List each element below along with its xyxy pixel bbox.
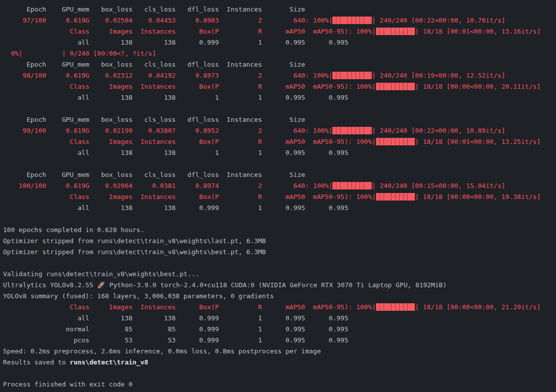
console-text: 98/100 0.619G 0.02312 0.04192 0.8973 2 6… bbox=[3, 72, 332, 79]
console-text: Epoch GPU_mem box_loss cls_loss dfl_loss… bbox=[3, 116, 305, 123]
console-line bbox=[3, 258, 556, 269]
console-line: Class Images Instances Box(P R mAP50 mAP… bbox=[3, 81, 556, 92]
console-text: 99/100 0.619G 0.02199 0.03807 0.8952 2 6… bbox=[3, 127, 332, 134]
console-line: normal 85 85 0.999 1 0.995 0.995 bbox=[3, 324, 556, 335]
console-line bbox=[3, 103, 556, 114]
console-text: all 138 138 0.999 1 0.995 0.995 bbox=[3, 314, 348, 322]
console-text: Class Images Instances Box(P R mAP50 mAP… bbox=[3, 28, 376, 35]
console-text: Epoch GPU_mem box_loss cls_loss dfl_loss… bbox=[3, 6, 305, 13]
console-line: 98/100 0.619G 0.02312 0.04192 0.8973 2 6… bbox=[3, 70, 556, 81]
console-line: all 138 138 0.999 1 0.995 0.995 bbox=[3, 37, 556, 48]
rocket-emoji-icon: 🚀 bbox=[97, 281, 105, 289]
console-text: | 18/18 [00:00<00:00, 21.29it/s] bbox=[415, 303, 540, 311]
progress-bar bbox=[376, 303, 415, 311]
console-line: Epoch GPU_mem box_loss cls_loss dfl_loss… bbox=[3, 169, 556, 180]
console-text: Optimizer stripped from runs\detect\trai… bbox=[3, 248, 266, 256]
console-line: 0%| | 0/240 [00:00<?, ?it/s] bbox=[3, 48, 556, 59]
console-line: Epoch GPU_mem box_loss cls_loss dfl_loss… bbox=[3, 4, 556, 15]
console-text: YOLOv8 summary (fused): 168 layers, 3,00… bbox=[3, 292, 274, 300]
console-line: all 138 138 0.999 1 0.995 0.995 bbox=[3, 313, 556, 324]
console-line: Validating runs\detect\train_v8\weights\… bbox=[3, 269, 556, 280]
console-line: 97/100 0.619G 0.02504 0.04453 0.8903 2 6… bbox=[3, 15, 556, 26]
console-line: Process finished with exit code 0 bbox=[3, 379, 556, 390]
progress-bar bbox=[332, 182, 372, 189]
terminal-output[interactable]: Epoch GPU_mem box_loss cls_loss dfl_loss… bbox=[0, 0, 556, 392]
console-line: Epoch GPU_mem box_loss cls_loss dfl_loss… bbox=[3, 114, 556, 125]
console-line: Speed: 0.2ms preprocess, 2.6ms inference… bbox=[3, 346, 556, 357]
console-line: 100 epochs completed in 0.628 hours. bbox=[3, 225, 556, 236]
console-line: Epoch GPU_mem box_loss cls_loss dfl_loss… bbox=[3, 59, 556, 70]
console-text: 100/100 0.619G 0.02064 0.0381 0.8974 2 6… bbox=[3, 182, 332, 189]
console-text: Epoch GPU_mem box_loss cls_loss dfl_loss… bbox=[3, 61, 305, 68]
progress-bar bbox=[332, 72, 372, 79]
console-text: | 240/240 [00:15<00:00, 15.04it/s] bbox=[372, 182, 505, 189]
console-line bbox=[3, 158, 556, 169]
console-text: Class Images Instances Box(P R mAP50 mAP… bbox=[3, 193, 376, 201]
console-line: YOLOv8 summary (fused): 168 layers, 3,00… bbox=[3, 291, 556, 302]
console-text: Results saved to bbox=[3, 358, 70, 366]
console-text: 100 epochs completed in 0.628 hours. bbox=[3, 226, 144, 234]
console-text: all 138 138 0.999 1 0.995 0.995 bbox=[3, 39, 348, 46]
console-line: 99/100 0.619G 0.02199 0.03807 0.8952 2 6… bbox=[3, 125, 556, 136]
console-text: Process finished with exit code 0 bbox=[3, 380, 132, 388]
console-text: | 240/240 [00:19<00:00, 12.52it/s] bbox=[372, 72, 505, 79]
console-text: | 18/18 [00:01<00:00, 13.16it/s] bbox=[415, 28, 540, 35]
console-line: pcos 53 53 0.999 1 0.995 0.995 bbox=[3, 335, 556, 346]
progress-bar bbox=[376, 28, 415, 35]
progress-bar bbox=[376, 138, 415, 145]
console-line: Optimizer stripped from runs\detect\trai… bbox=[3, 247, 556, 258]
console-text: all 138 138 1 1 0.995 0.995 bbox=[3, 149, 348, 156]
console-text: Python-3.9.0 torch-2.4.0+cu118 CUDA:0 (N… bbox=[105, 281, 447, 289]
console-line bbox=[3, 368, 556, 379]
console-text: | 18/18 [00:00<00:00, 20.11it/s] bbox=[415, 83, 540, 90]
console-line: Class Images Instances Box(P R mAP50 mAP… bbox=[3, 136, 556, 147]
console-text: Class Images Instances Box(P R mAP50 mAP… bbox=[3, 83, 376, 90]
console-text: Ultralytics YOLOv8.2.55 bbox=[3, 281, 97, 289]
console-line: Class Images Instances Box(P R mAP50 mAP… bbox=[3, 302, 556, 313]
progress-bar bbox=[332, 17, 372, 24]
progress-bar bbox=[376, 193, 415, 201]
console-text: pcos 53 53 0.999 1 0.995 0.995 bbox=[3, 336, 348, 344]
console-line: Class Images Instances Box(P R mAP50 mAP… bbox=[3, 191, 556, 203]
console-text: | 18/18 [00:01<00:00, 13.25it/s] bbox=[415, 138, 540, 145]
console-text: Validating runs\detect\train_v8\weights\… bbox=[3, 270, 199, 278]
console-line: all 138 138 1 1 0.995 0.995 bbox=[3, 92, 556, 103]
console-line: Optimizer stripped from runs\detect\trai… bbox=[3, 236, 556, 247]
console-text: Class Images Instances Box(P R mAP50 mAP… bbox=[3, 303, 376, 311]
console-text: normal 85 85 0.999 1 0.995 0.995 bbox=[3, 325, 348, 333]
console-text: Class Images Instances Box(P R mAP50 mAP… bbox=[3, 138, 376, 145]
console-line: all 138 138 0.999 1 0.995 0.995 bbox=[3, 203, 556, 214]
console-text: 0%| | 0/240 [00:00<?, ?it/s] bbox=[3, 50, 156, 57]
console-line: all 138 138 1 1 0.995 0.995 bbox=[3, 147, 556, 158]
results-path: runs\detect\train_v8 bbox=[70, 358, 148, 366]
console-text: | 240/240 [00:22<00:00, 10.70it/s] bbox=[372, 17, 505, 24]
console-text: 97/100 0.619G 0.02504 0.04453 0.8903 2 6… bbox=[3, 17, 332, 24]
console-text: Optimizer stripped from runs\detect\trai… bbox=[3, 237, 266, 245]
console-line: Class Images Instances Box(P R mAP50 mAP… bbox=[3, 26, 556, 37]
console-text: Speed: 0.2ms preprocess, 2.6ms inference… bbox=[3, 347, 321, 355]
console-text: | 18/18 [00:00<00:00, 19.38it/s] bbox=[415, 193, 540, 201]
console-line: Results saved to runs\detect\train_v8 bbox=[3, 357, 556, 368]
console-line: 100/100 0.619G 0.02064 0.0381 0.8974 2 6… bbox=[3, 180, 556, 191]
console-text: Epoch GPU_mem box_loss cls_loss dfl_loss… bbox=[3, 171, 305, 178]
progress-bar bbox=[376, 83, 415, 90]
console-line: Ultralytics YOLOv8.2.55 🚀 Python-3.9.0 t… bbox=[3, 280, 556, 291]
console-line bbox=[3, 214, 556, 225]
console-text: all 138 138 1 1 0.995 0.995 bbox=[3, 94, 348, 101]
console-text: | 240/240 [00:22<00:00, 10.89it/s] bbox=[372, 127, 505, 134]
console-text: all 138 138 0.999 1 0.995 0.995 bbox=[3, 204, 348, 212]
progress-bar bbox=[332, 127, 372, 134]
